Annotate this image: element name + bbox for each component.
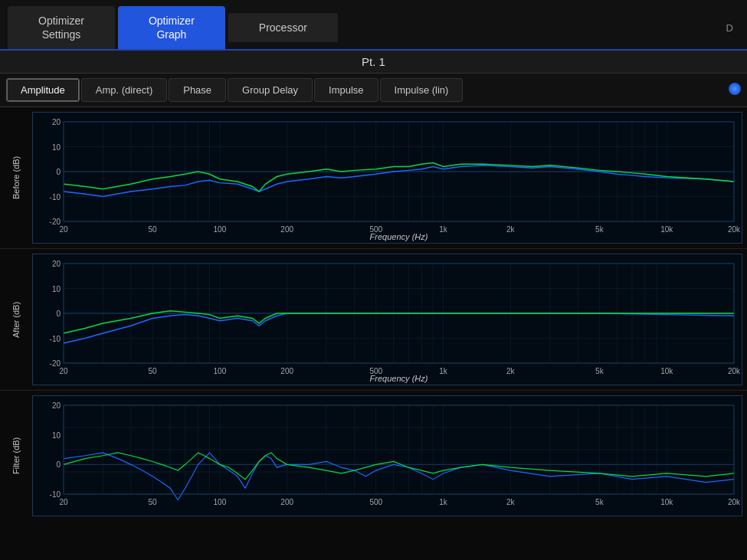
right-nav-area: D xyxy=(726,22,739,34)
sub-tab-impulse[interactable]: Impulse xyxy=(314,78,378,102)
filter-y-label: Filter (dB) xyxy=(0,391,32,521)
before-chart-inner xyxy=(32,112,742,244)
point-label: Pt. 1 xyxy=(362,55,385,68)
top-nav: Optimizer Settings Optimizer Graph Proce… xyxy=(0,0,747,51)
charts-area: Before (dB) After (dB) Filter (dB) xyxy=(0,107,747,521)
sub-tab-phase[interactable]: Phase xyxy=(169,78,226,102)
after-canvas xyxy=(33,254,742,385)
tab-optimizer-graph[interactable]: Optimizer Graph xyxy=(118,6,225,49)
before-y-label: Before (dB) xyxy=(0,107,32,248)
sub-tab-amplitude[interactable]: Amplitude xyxy=(6,78,80,102)
tab-optimizer-settings[interactable]: Optimizer Settings xyxy=(8,6,115,49)
sub-tab-amp-direct[interactable]: Amp. (direct) xyxy=(81,78,167,102)
point-label-bar: Pt. 1 xyxy=(0,51,747,74)
sub-tab-impulse-lin[interactable]: Impulse (lin) xyxy=(380,78,464,102)
after-y-label: After (dB) xyxy=(0,249,32,390)
after-chart-inner xyxy=(32,254,742,385)
filter-canvas xyxy=(33,396,742,516)
sub-tabs: Amplitude Amp. (direct) Phase Group Dela… xyxy=(0,74,747,107)
before-canvas xyxy=(33,113,742,243)
tab-processor[interactable]: Processor xyxy=(228,13,338,42)
before-chart-block: Before (dB) xyxy=(0,107,747,249)
sub-tab-group-delay[interactable]: Group Delay xyxy=(228,78,313,102)
channel-indicator xyxy=(729,83,741,95)
filter-chart-inner xyxy=(32,395,742,516)
filter-chart-block: Filter (dB) xyxy=(0,391,747,521)
after-chart-block: After (dB) xyxy=(0,249,747,391)
